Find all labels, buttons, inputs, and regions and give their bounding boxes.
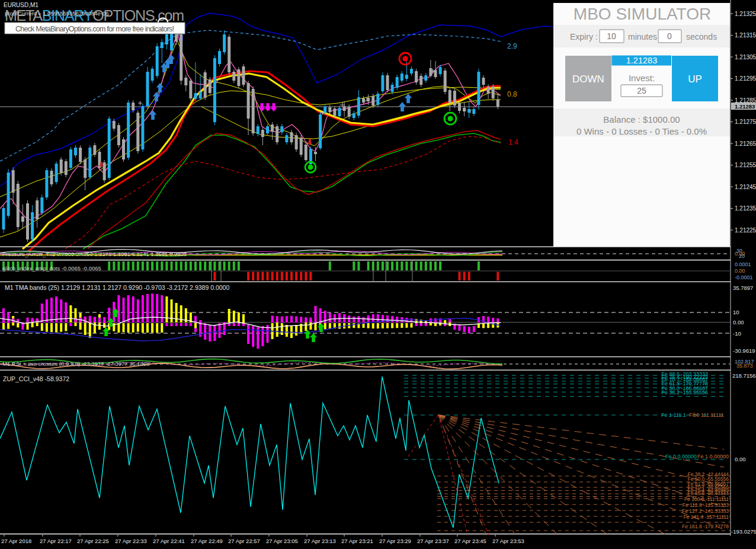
svg-text:2.9: 2.9 <box>507 42 517 50</box>
svg-text:Fe 127.2 -141.33333: Fe 127.2 -141.33333 <box>682 508 729 514</box>
svg-text:27 Apr 22:57: 27 Apr 22:57 <box>228 538 260 544</box>
svg-text:27 Apr 23:21: 27 Apr 23:21 <box>341 538 373 544</box>
svg-text:35.873: 35.873 <box>736 363 753 369</box>
svg-text:Invest:: Invest: <box>629 73 655 83</box>
svg-text:1.21305: 1.21305 <box>735 54 756 60</box>
svg-text:1.21315: 1.21315 <box>735 32 756 39</box>
svg-text:0.00: 0.00 <box>735 268 745 274</box>
svg-text:1.4: 1.4 <box>508 138 518 146</box>
svg-text:0.00: 0.00 <box>735 456 746 462</box>
svg-text:27 Apr 22:33: 27 Apr 22:33 <box>115 538 147 544</box>
svg-text:1.21265: 1.21265 <box>735 141 756 147</box>
svg-text:0.00: 0.00 <box>733 319 744 325</box>
svg-text:27 Apr 2018: 27 Apr 2018 <box>1 538 31 544</box>
svg-text:27 Apr 23:45: 27 Apr 23:45 <box>454 538 486 544</box>
svg-text:0: 0 <box>667 31 672 41</box>
svg-text:27 Apr 23:05: 27 Apr 23:05 <box>266 538 298 544</box>
svg-text:Fe 1 0.00000: Fe 1 0.00000 <box>697 454 729 459</box>
svg-text:Check MetaBinaryOptions.com fo: Check MetaBinaryOptions.com for more fre… <box>15 25 174 33</box>
svg-text:0.0001: 0.0001 <box>735 261 751 267</box>
svg-text:27 Apr 22:49: 27 Apr 22:49 <box>191 538 223 544</box>
svg-text:Fe 38.2 -153.55556: Fe 38.2 -153.55556 <box>661 390 708 395</box>
svg-text:27 Apr 23:13: 27 Apr 23:13 <box>304 538 336 544</box>
svg-text:Fe 100.0 -111.11111: Fe 100.0 -111.11111 <box>684 496 729 502</box>
svg-text:20: 20 <box>739 253 745 259</box>
svg-text:1.21235: 1.21235 <box>735 205 756 212</box>
svg-text:27 Apr 23:29: 27 Apr 23:29 <box>379 538 411 544</box>
svg-text:1.21275: 1.21275 <box>735 119 756 125</box>
svg-text:Fib0 111.11111: Fib0 111.11111 <box>689 412 724 418</box>
svg-text:⊥: ⊥ <box>463 106 467 111</box>
svg-text:218.7156: 218.7156 <box>732 372 756 379</box>
svg-text:Fe 88.6 -98.44444: Fe 88.6 -98.44444 <box>688 490 729 496</box>
svg-text:1.21225: 1.21225 <box>735 227 756 234</box>
svg-text:MBO SIMULATOR: MBO SIMULATOR <box>574 5 711 23</box>
svg-text:35.7897: 35.7897 <box>733 285 753 291</box>
svg-text:1.21245: 1.21245 <box>735 184 756 190</box>
svg-text:Pressure_Arrow_Tx2 0.7000 0.40: Pressure_Arrow_Tx2 0.7000 0.4050 1.2176 … <box>2 251 187 257</box>
svg-text:25: 25 <box>637 86 646 95</box>
svg-text:27 Apr 22:41: 27 Apr 22:41 <box>153 538 185 544</box>
svg-text:-193.0275: -193.0275 <box>731 528 756 535</box>
svg-text:0.8: 0.8 <box>507 90 517 98</box>
svg-text:-10: -10 <box>733 330 741 337</box>
svg-text:1.21255: 1.21255 <box>735 162 756 168</box>
svg-text:EURUSD,M1: EURUSD,M1 <box>4 2 39 8</box>
svg-text:Fe 0 0.00000: Fe 0 0.00000 <box>665 454 697 459</box>
svg-text:seconds: seconds <box>686 32 717 42</box>
svg-text:1.21295: 1.21295 <box>735 75 756 82</box>
svg-text:27 Apr 23:37: 27 Apr 23:37 <box>417 538 449 544</box>
svg-text:10: 10 <box>607 31 616 41</box>
svg-text:Fe 161.8 -179.77778: Fe 161.8 -179.77778 <box>682 524 729 529</box>
svg-text:minutes: minutes <box>628 32 657 42</box>
svg-text:0 Wins - 0 Losses - 0 Ties - 0: 0 Wins - 0 Losses - 0 Ties - 0.0% <box>576 126 707 136</box>
svg-text:UP: UP <box>688 74 702 85</box>
svg-text:Balance : $1000.00: Balance : $1000.00 <box>603 114 680 125</box>
svg-text:glitch_index_amp_dots -0.0065: glitch_index_amp_dots -0.0065 -0.0065 <box>2 265 101 272</box>
svg-text:-0.0001: -0.0001 <box>735 274 753 280</box>
svg-text:1.21325: 1.21325 <box>735 11 756 17</box>
svg-text:27 Apr 22:25: 27 Apr 22:25 <box>77 538 109 544</box>
svg-text:10: 10 <box>733 309 739 315</box>
svg-text:DOWN: DOWN <box>572 74 604 85</box>
svg-text:Fe 112.8 -125.33333: Fe 112.8 -125.33333 <box>683 502 729 508</box>
svg-text:27 Apr 23:53: 27 Apr 23:53 <box>492 538 524 544</box>
svg-text:M1 TMA bands (25) 1.2129 1.213: M1 TMA bands (25) 1.2129 1.2131 1.2127 0… <box>5 284 229 291</box>
svg-text:T: T <box>469 108 472 114</box>
svg-text:1.21283: 1.21283 <box>735 103 755 110</box>
svg-text:proofCurrent = 1.0595555556290: proofCurrent = 1.0595555556290084e-06 <box>5 10 109 17</box>
svg-text:Fe 1 111.1: Fe 1 111.1 <box>661 412 686 418</box>
svg-text:1.21283: 1.21283 <box>626 56 657 65</box>
svg-text:Fe 141.4 -157.11111: Fe 141.4 -157.11111 <box>684 514 729 520</box>
svg-text:Expiry :: Expiry : <box>570 32 598 42</box>
svg-text:-30.9619: -30.9619 <box>733 347 755 354</box>
svg-text:27 Apr 22:17: 27 Apr 22:17 <box>40 538 72 544</box>
svg-text:M1 RSI + ave crosses (8,9,9,5): M1 RSI + ave crosses (8,9,9,5) -27.3977 … <box>2 360 149 367</box>
svg-text:ZUP_CCI_v48 -58.9372: ZUP_CCI_v48 -58.9372 <box>3 375 69 382</box>
